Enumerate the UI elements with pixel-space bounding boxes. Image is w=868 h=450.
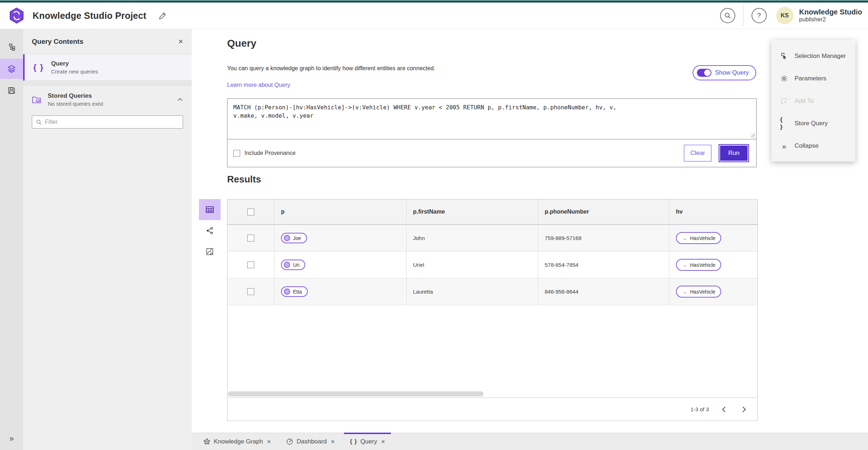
row-checkbox-cell bbox=[227, 252, 275, 278]
close-panel-button[interactable]: × bbox=[178, 38, 183, 46]
learn-more-link[interactable]: Learn more about Query bbox=[227, 82, 290, 88]
graph-view-button[interactable] bbox=[199, 220, 221, 241]
relationship-pill[interactable]: →HasVehicle bbox=[676, 232, 721, 244]
rail-item-save[interactable] bbox=[0, 80, 23, 101]
collapse-panel-button[interactable]: » Collapse bbox=[771, 135, 855, 157]
chevron-right-icon bbox=[742, 406, 746, 413]
close-tab-icon[interactable]: × bbox=[381, 438, 385, 445]
table-row[interactable]: Uri Uriel 578-654-7854 →HasVehicle bbox=[227, 252, 757, 278]
avatar[interactable]: KS bbox=[776, 7, 793, 24]
collapse-section-button[interactable] bbox=[177, 98, 183, 101]
rail-item-contents[interactable] bbox=[0, 59, 23, 79]
query-item-title: Query bbox=[51, 60, 98, 67]
close-icon: × bbox=[178, 37, 183, 46]
map-icon bbox=[206, 248, 214, 256]
row-checkbox[interactable] bbox=[247, 261, 254, 268]
column-header-firstname[interactable]: p.firstName bbox=[407, 199, 538, 224]
knowledge-studio-logo-icon[interactable] bbox=[9, 8, 24, 24]
relationship-label: HasVehicle bbox=[690, 235, 715, 241]
add-to-icon bbox=[780, 97, 788, 105]
tab-label: Query bbox=[360, 438, 377, 445]
entity-label: Uri bbox=[293, 262, 299, 268]
app-window: Knowledge Studio Project ? KS Knowledge … bbox=[0, 0, 868, 450]
panel-item-query[interactable]: { } Query Create new queries bbox=[23, 54, 192, 81]
stored-queries-subtitle: No stored queries exist bbox=[48, 101, 103, 107]
scrollbar-thumb[interactable] bbox=[228, 391, 484, 396]
column-header-hv[interactable]: hv bbox=[669, 199, 757, 224]
relationship-pill[interactable]: →HasVehicle bbox=[676, 286, 721, 298]
expand-rail-button[interactable]: » bbox=[0, 433, 23, 445]
include-provenance-checkbox[interactable] bbox=[233, 150, 240, 157]
column-header-p[interactable]: p bbox=[275, 199, 407, 224]
close-tab-icon[interactable]: × bbox=[331, 438, 335, 445]
double-chevron-right-icon: » bbox=[9, 434, 14, 443]
row-checkbox[interactable] bbox=[247, 235, 254, 241]
user-menu[interactable]: Knowledge Studio publisher2 bbox=[799, 8, 864, 23]
user-role: publisher2 bbox=[799, 16, 862, 23]
next-page-button[interactable] bbox=[739, 404, 749, 415]
entity-label: Etta bbox=[293, 289, 302, 295]
entity-pill[interactable]: Etta bbox=[281, 286, 308, 297]
tab-query[interactable]: { } Query × bbox=[344, 433, 391, 450]
filter-field bbox=[32, 115, 183, 129]
phone-cell: 759-889-57168 bbox=[538, 225, 669, 251]
entity-pill[interactable]: Uri bbox=[281, 260, 305, 270]
show-query-label: Show Query bbox=[715, 69, 749, 76]
close-tab-icon[interactable]: × bbox=[267, 438, 271, 445]
header-divider bbox=[743, 5, 744, 26]
show-query-toggle[interactable]: Show Query bbox=[693, 65, 756, 80]
left-icon-rail: » bbox=[0, 29, 23, 450]
project-title: Knowledge Studio Project bbox=[33, 10, 146, 21]
results-title: Results bbox=[227, 174, 261, 185]
top-accent-bar bbox=[0, 0, 868, 3]
entity-pill[interactable]: Joe bbox=[281, 233, 307, 243]
stored-queries-header[interactable]: Stored Queries No stored queries exist bbox=[23, 86, 192, 112]
entity-label: Joe bbox=[293, 235, 301, 241]
resize-handle[interactable] bbox=[751, 134, 756, 138]
stored-queries-title: Stored Queries bbox=[48, 92, 103, 100]
query-item-subtitle: Create new queries bbox=[51, 68, 98, 75]
table-view-button[interactable] bbox=[199, 199, 221, 220]
edit-title-button[interactable] bbox=[157, 10, 168, 21]
search-button[interactable] bbox=[720, 8, 735, 23]
tab-knowledge-graph[interactable]: Knowledge Graph × bbox=[197, 433, 277, 450]
clear-button[interactable]: Clear bbox=[684, 145, 711, 161]
column-header-phonenumber[interactable]: p.phoneNumber bbox=[538, 199, 669, 224]
relationship-label: HasVehicle bbox=[690, 262, 715, 268]
firstname-cell: Lauretta bbox=[407, 278, 538, 305]
double-chevron-right-icon: » bbox=[780, 142, 788, 150]
query-editor-footer: Include Provenance Clear Run bbox=[227, 139, 756, 167]
row-checkbox[interactable] bbox=[247, 288, 254, 295]
toggle-on-icon bbox=[697, 69, 711, 77]
query-textarea[interactable]: MATCH (p:Person)-[hv:HasVehicle]->(v:Veh… bbox=[227, 99, 756, 139]
run-button[interactable]: Run bbox=[719, 145, 748, 161]
chevron-left-icon bbox=[722, 406, 726, 413]
previous-page-button[interactable] bbox=[718, 404, 729, 415]
pencil-icon bbox=[159, 12, 166, 20]
filter-input[interactable] bbox=[45, 119, 179, 125]
add-to-label: Add To bbox=[795, 97, 814, 105]
store-query-button[interactable]: { } Store Query bbox=[771, 112, 855, 135]
arrow-right-icon: → bbox=[682, 235, 687, 241]
table-row[interactable]: Joe John 759-889-57168 →HasVehicle bbox=[227, 225, 757, 252]
search-icon bbox=[36, 119, 42, 125]
map-view-button[interactable] bbox=[199, 241, 221, 262]
phone-cell: 578-654-7854 bbox=[538, 252, 669, 278]
table-row[interactable]: Etta Lauretta 846-956-8644 →HasVehicle bbox=[227, 278, 757, 305]
row-checkbox-cell bbox=[227, 278, 275, 305]
help-button[interactable]: ? bbox=[752, 8, 767, 23]
relationship-label: HasVehicle bbox=[690, 289, 715, 295]
rail-item-schema[interactable] bbox=[0, 37, 23, 57]
selection-manager-label: Selection Manager bbox=[795, 52, 846, 60]
select-all-checkbox[interactable] bbox=[247, 209, 254, 215]
tab-label: Dashboard bbox=[297, 438, 327, 445]
selection-manager-button[interactable]: Selection Manager bbox=[771, 45, 855, 67]
parameters-button[interactable]: Parameters bbox=[771, 67, 855, 90]
relationship-pill[interactable]: →HasVehicle bbox=[676, 259, 721, 271]
query-actions-panel: Selection Manager Parameters Add To { } … bbox=[771, 40, 855, 161]
entity-dot-icon bbox=[284, 262, 290, 268]
add-to-button: Add To bbox=[771, 90, 855, 112]
braces-icon: { } bbox=[780, 116, 788, 131]
tab-dashboard[interactable]: Dashboard × bbox=[280, 433, 340, 450]
folder-icon bbox=[32, 95, 41, 104]
